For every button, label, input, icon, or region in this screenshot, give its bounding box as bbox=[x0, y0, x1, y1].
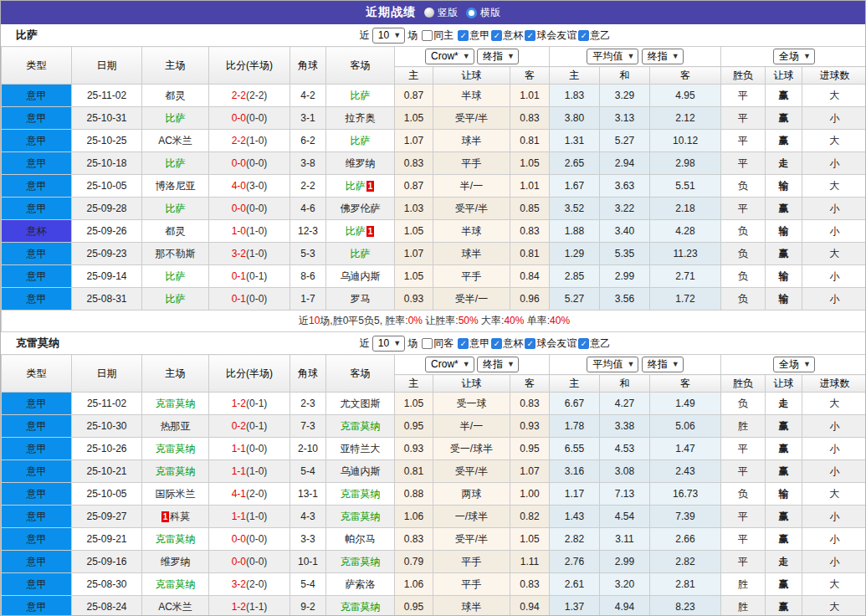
score-cell: 1-1(1-0) bbox=[209, 506, 290, 528]
handicap-line: 平手 bbox=[433, 573, 510, 596]
home-team-cell: 克雷莫纳 bbox=[142, 393, 209, 415]
match-row: 意甲25-11-02克雷莫纳1-2(0-1)2-3尤文图斯1.05受一球0.83… bbox=[2, 393, 866, 415]
result-goals: 大 bbox=[802, 573, 866, 596]
score-cell: 1-2(0-1) bbox=[209, 393, 290, 415]
league-checkbox[interactable]: ✓意乙 bbox=[578, 336, 610, 351]
layout-radio-vertical[interactable]: 竖版 bbox=[424, 6, 458, 20]
league-filters: ✓意甲✓意杯✓球会友谊✓意乙 bbox=[456, 28, 610, 43]
handicap-home-odds: 0.79 bbox=[395, 551, 433, 573]
league-checkbox[interactable]: ✓球会友谊 bbox=[525, 336, 576, 351]
result-handicap: 赢 bbox=[766, 198, 802, 220]
checkbox-icon[interactable]: ✓ bbox=[491, 338, 502, 349]
recent-count-select[interactable]: 10▼ bbox=[372, 28, 405, 44]
away-team-cell: 亚特兰大 bbox=[326, 438, 395, 460]
home-team-cell: 都灵 bbox=[142, 85, 209, 107]
handicap-home-odds: 1.05 bbox=[395, 393, 433, 415]
handicap-away-odds: 1.05 bbox=[510, 152, 550, 175]
avg-draw-odds: 5.27 bbox=[600, 130, 650, 152]
avg-home-odds: 2.61 bbox=[550, 573, 600, 596]
result-outcome: 负 bbox=[721, 175, 766, 198]
home-team-cell: 那不勒斯 bbox=[142, 243, 209, 265]
average-odds-select[interactable]: 平均值▼ bbox=[587, 49, 638, 64]
full-match-select[interactable]: 全场▼ bbox=[773, 49, 815, 64]
checkbox-icon[interactable]: ✓ bbox=[578, 30, 589, 41]
date-cell: 25-10-30 bbox=[72, 415, 142, 438]
sub-header-goals-result: 进球数 bbox=[802, 375, 866, 393]
team-name-text: 比萨 bbox=[166, 112, 186, 124]
team-name-text: 都灵 bbox=[166, 90, 186, 101]
avg-draw-odds: 3.38 bbox=[600, 415, 650, 438]
result-outcome: 负 bbox=[721, 265, 766, 288]
team-name-text: 维罗纳 bbox=[161, 556, 191, 567]
handicap-line: 平手 bbox=[433, 152, 510, 175]
final-odds-select[interactable]: 终指▼ bbox=[477, 49, 519, 64]
away-team-cell: 比萨1 bbox=[326, 220, 395, 243]
league-checkbox[interactable]: ✓意杯 bbox=[491, 336, 523, 351]
checkbox-icon[interactable]: ✓ bbox=[458, 30, 469, 41]
result-goals: 小 bbox=[802, 438, 866, 460]
radio-button-icon[interactable] bbox=[424, 8, 434, 18]
radio-button-icon[interactable] bbox=[466, 8, 477, 18]
average-odds-select[interactable]: 平均值▼ bbox=[587, 357, 638, 372]
match-row: 意甲25-09-28比萨0-0(0-0)4-6佛罗伦萨1.03受平/半0.853… bbox=[2, 198, 866, 220]
checkbox-icon[interactable] bbox=[422, 338, 433, 349]
date-cell: 25-09-28 bbox=[72, 198, 142, 220]
league-label: 意乙 bbox=[590, 28, 610, 43]
avg-home-odds: 6.67 bbox=[550, 393, 600, 415]
checkbox-icon[interactable]: ✓ bbox=[525, 30, 535, 41]
final-odds-select[interactable]: 终指▼ bbox=[642, 49, 684, 64]
filter-bar-cremonese: 克雷莫纳 近 10▼ 场 同客 ✓意甲✓意杯✓球会友谊✓意乙 bbox=[1, 332, 865, 354]
checkbox-icon[interactable]: ✓ bbox=[578, 338, 589, 349]
date-cell: 25-08-24 bbox=[72, 596, 142, 616]
crow-odds-select[interactable]: Crow*▼ bbox=[425, 49, 474, 64]
result-outcome: 胜 bbox=[721, 596, 766, 616]
final-odds-select[interactable]: 终指▼ bbox=[642, 357, 684, 372]
result-goals: 小 bbox=[802, 198, 866, 220]
sub-header-avg-away: 客 bbox=[650, 375, 721, 393]
final-odds-select[interactable]: 终指▼ bbox=[477, 357, 519, 372]
team-name-text: 比萨 bbox=[166, 203, 186, 214]
checkbox-icon[interactable] bbox=[422, 30, 433, 41]
chevron-down-icon: ▼ bbox=[507, 360, 515, 368]
team-name-text: 国际米兰 bbox=[156, 488, 196, 500]
league-checkbox[interactable]: ✓意甲 bbox=[458, 336, 489, 351]
result-handicap: 输 bbox=[766, 288, 802, 311]
avg-away-odds: 4.95 bbox=[650, 85, 721, 107]
page: 近期战绩 竖版 横版 比萨 近 10▼ 场 同主 ✓意甲✓意杯✓球会友谊✓意乙 bbox=[0, 0, 866, 616]
checkbox-icon[interactable]: ✓ bbox=[458, 338, 469, 349]
team-name-text: 克雷莫纳 bbox=[156, 465, 196, 477]
team-name-text: 萨索洛 bbox=[346, 578, 376, 590]
handicap-away-odds: 1.05 bbox=[510, 528, 550, 551]
team-name-text: 都灵 bbox=[166, 225, 186, 237]
score-cell: 0-0(0-0) bbox=[209, 528, 290, 551]
team-name-text: 比萨 bbox=[346, 180, 366, 192]
checkbox-icon[interactable]: ✓ bbox=[525, 338, 535, 349]
result-handicap: 输 bbox=[766, 220, 802, 243]
home-team-cell: 都灵 bbox=[142, 220, 209, 243]
date-cell: 25-10-21 bbox=[72, 460, 142, 483]
team-name-text: 那不勒斯 bbox=[156, 248, 196, 259]
avg-home-odds: 1.78 bbox=[550, 415, 600, 438]
league-label: 意乙 bbox=[590, 336, 610, 351]
avg-home-odds: 6.55 bbox=[550, 438, 600, 460]
layout-radio-horizontal[interactable]: 横版 bbox=[466, 6, 500, 20]
league-checkbox[interactable]: ✓意杯 bbox=[491, 28, 523, 43]
league-checkbox[interactable]: ✓意乙 bbox=[578, 28, 610, 43]
summary-row: 近10场,胜0平5负5, 胜率:0% 让胜率:50% 大率:40% 单率:40% bbox=[2, 311, 866, 332]
team-name-text: 克雷莫纳 bbox=[341, 488, 381, 500]
same-venue-checkbox[interactable]: 同主 bbox=[422, 28, 453, 43]
games-label: 场 bbox=[407, 28, 418, 43]
crow-odds-select[interactable]: Crow*▼ bbox=[425, 357, 474, 372]
league-checkbox[interactable]: ✓意甲 bbox=[458, 28, 489, 43]
league-checkbox[interactable]: ✓球会友谊 bbox=[525, 28, 576, 43]
avg-away-odds: 5.06 bbox=[650, 415, 721, 438]
full-match-select[interactable]: 全场▼ bbox=[773, 357, 815, 372]
same-venue-checkbox[interactable]: 同客 bbox=[422, 336, 453, 351]
away-team-cell: 帕尔马 bbox=[326, 528, 395, 551]
avg-draw-odds: 3.11 bbox=[600, 528, 650, 551]
checkbox-icon[interactable]: ✓ bbox=[491, 30, 502, 41]
match-row: 意甲25-08-24AC米兰1-2(1-1)9-2克雷莫纳0.95球半0.941… bbox=[2, 596, 866, 616]
team-name-text: 热那亚 bbox=[161, 420, 191, 432]
col-header-away: 客场 bbox=[326, 47, 395, 85]
recent-count-select[interactable]: 10▼ bbox=[372, 336, 405, 352]
